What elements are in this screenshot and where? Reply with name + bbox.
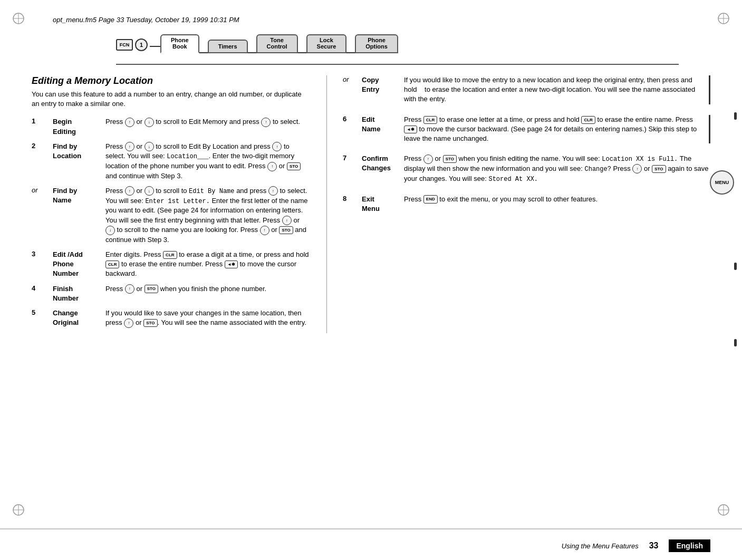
- up-btn-or-a: ↑: [125, 186, 134, 196]
- nav-line1: [150, 46, 160, 47]
- up-btn-2a: ↑: [125, 142, 134, 151]
- right-step-or-num: or: [343, 75, 362, 83]
- fcn-button[interactable]: FCN: [116, 39, 133, 51]
- step-5-name: ChangeOriginal: [53, 308, 105, 327]
- down-btn-or-a: ↓: [144, 186, 154, 196]
- back-btn-6: ◄✱: [404, 125, 417, 133]
- right-step-8-num: 8: [343, 195, 362, 202]
- down-btn-or-b: ↓: [105, 226, 115, 235]
- footer-right: Using the Menu Features 33 English: [562, 539, 710, 552]
- tone-control-line1: Tone: [267, 37, 287, 43]
- header-text: opt_menu.fm5 Page 33 Tuesday, October 19…: [53, 16, 710, 24]
- right-step-6-desc: Press CLR to erase one letter at a time,…: [404, 115, 705, 144]
- right-step-7-num: 7: [343, 154, 362, 162]
- timers-tab[interactable]: Timers: [208, 40, 248, 53]
- phone-options-line1: Phone: [365, 37, 388, 43]
- num1-button[interactable]: 1: [135, 38, 148, 51]
- lock-secure-tab[interactable]: Lock Secure: [306, 34, 347, 53]
- section-title: Editing a Memory Location: [32, 75, 311, 86]
- phone-book-tab[interactable]: Phone Book: [160, 34, 199, 53]
- back-btn-3: ◄✱: [225, 260, 238, 268]
- menu-button[interactable]: MENU: [710, 170, 734, 195]
- sto-btn-7b: STO: [652, 165, 666, 173]
- right-step-6-num: 6: [343, 115, 362, 123]
- right-column: MENU or CopyEntry If you would like to m…: [327, 75, 710, 333]
- step-4-desc: Press ↑ or STO when you finish the phone…: [105, 284, 311, 294]
- tone-control-tab[interactable]: Tone Control: [256, 34, 298, 53]
- lock-secure-tab-group: Lock Secure: [306, 34, 347, 53]
- right-step-8-desc: Press END to exit the menu, or you may s…: [404, 195, 710, 204]
- step-5-row: 5 ChangeOriginal If you would like to sa…: [32, 308, 311, 328]
- step-3-name: Edit /AddPhoneNumber: [53, 250, 105, 279]
- step-1-name: BeginEditing: [53, 117, 105, 136]
- corner-mark-br: [716, 502, 731, 518]
- right-step-7-name: ConfirmChanges: [362, 154, 404, 173]
- footer-divider: [0, 529, 742, 529]
- down-btn-2a: ↓: [144, 142, 154, 151]
- nav-line2: [199, 52, 208, 53]
- left-steps-table: 1 BeginEditing Press ↑ or ↓ to scroll to…: [32, 117, 311, 327]
- step-2-desc: Press ↑ or ↓ to scroll to Edit By Locati…: [105, 142, 311, 181]
- step-2-name: Find byLocation: [53, 142, 105, 161]
- clr-btn-6a: CLR: [423, 116, 437, 124]
- lock-secure-line1: Lock: [317, 37, 336, 43]
- page-container: opt_menu.fm5 Page 33 Tuesday, October 19…: [0, 0, 742, 560]
- phone-options-tab[interactable]: Phone Options: [355, 34, 398, 53]
- right-step-8-row: 8 ExitMenu Press END to exit the menu, o…: [343, 195, 710, 214]
- step-3-num: 3: [32, 250, 53, 258]
- corner-mark-tr: [716, 11, 731, 26]
- corner-mark-tl: [11, 11, 26, 26]
- right-step-or-name: CopyEntry: [362, 75, 404, 94]
- nav-line5: [346, 52, 355, 53]
- phone-book-tab-group: Phone Book: [160, 34, 199, 53]
- tone-control-tab-group: Tone Control: [256, 34, 298, 53]
- right-step-8-name: ExitMenu: [362, 195, 404, 214]
- corner-mark-bl: [11, 502, 26, 518]
- section-subtitle: You can use this feature to add a number…: [32, 90, 311, 109]
- step-1-row: 1 BeginEditing Press ↑ or ↓ to scroll to…: [32, 117, 311, 136]
- nav-bar: FCN 1 Phone Book Timers Tone Control: [116, 34, 710, 53]
- step-or-row: or Find byName Press ↑ or ↓ to scroll to…: [32, 186, 311, 245]
- sto-btn-5: STO: [143, 319, 157, 327]
- footer-page-text: Using the Menu Features: [562, 542, 639, 550]
- right-step-or-row: or CopyEntry If you would like to move t…: [343, 75, 710, 104]
- clr-btn-3b: CLR: [105, 260, 119, 268]
- tone-control-line2: Control: [267, 43, 287, 50]
- phone-book-tab-line2: Book: [171, 43, 189, 50]
- left-column: Editing a Memory Location You can use th…: [32, 75, 327, 333]
- nav-line3: [248, 52, 256, 53]
- scroll-indicator-bottom: [734, 339, 737, 346]
- up-btn-or-c: ↑: [260, 226, 269, 235]
- timers-tab-group: Timers: [208, 40, 248, 53]
- timers-tab-label: Timers: [218, 43, 237, 50]
- scroll-indicator-top: [734, 112, 737, 120]
- clr-btn-3a: CLR: [163, 251, 177, 259]
- step-or-desc: Press ↑ or ↓ to scroll to Edit By Name a…: [105, 186, 311, 245]
- clr-btn-6b: CLR: [581, 116, 595, 124]
- step-1-num: 1: [32, 117, 53, 125]
- step-3-row: 3 Edit /AddPhoneNumber Enter digits. Pre…: [32, 250, 311, 279]
- step-4-row: 4 FinishNumber Press ↑ or STO when you f…: [32, 284, 311, 303]
- select-btn-2: ↑: [272, 142, 282, 151]
- sto-btn-2: STO: [287, 162, 301, 170]
- right-step-7-desc: Press ↑ or STO when you finish editing t…: [404, 154, 710, 184]
- up-btn-or-b: ↑: [282, 216, 292, 225]
- footer: Using the Menu Features 33 English: [0, 528, 742, 560]
- end-btn-8: END: [423, 195, 438, 203]
- select-btn-or: ↑: [268, 186, 278, 196]
- right-step-6-name: EditName: [362, 115, 404, 134]
- step-or-num: or: [32, 186, 53, 194]
- nav-line4: [298, 52, 306, 53]
- right-step-or-desc: If you would like to move the entry to a…: [404, 75, 705, 104]
- right-step-6-row: 6 EditName Press CLR to erase one letter…: [343, 115, 710, 144]
- step-or-name: Find byName: [53, 186, 105, 205]
- select-btn-1: ↑: [261, 118, 271, 127]
- up-btn-7b: ↑: [632, 164, 642, 173]
- step-2-num: 2: [32, 142, 53, 150]
- step-4-name: FinishNumber: [53, 284, 105, 303]
- right-step-7-row: 7 ConfirmChanges Press ↑ or STO when you…: [343, 154, 710, 184]
- footer-language: English: [669, 539, 710, 552]
- phone-options-line2: Options: [365, 43, 388, 50]
- step-5-num: 5: [32, 308, 53, 316]
- step-3-desc: Enter digits. Press CLR to erase a digit…: [105, 250, 311, 279]
